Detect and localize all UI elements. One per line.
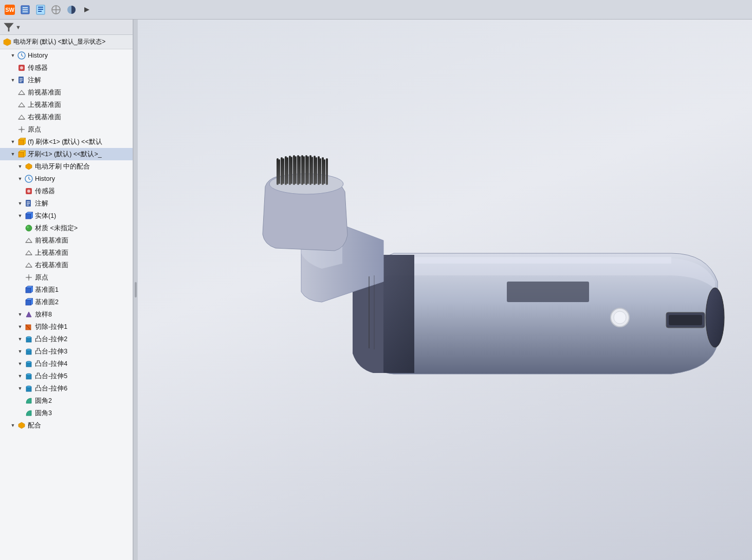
tree-item-boss-extrude5[interactable]: ▼凸台-拉伸5 — [0, 370, 133, 382]
expand-arrow-boss-extrude4[interactable]: ▼ — [16, 360, 24, 367]
tree-item-plane-front-top[interactable]: 前视基准面 — [0, 86, 133, 99]
svg-text:SW: SW — [5, 7, 14, 13]
svg-rect-84 — [279, 159, 280, 184]
svg-rect-88 — [295, 156, 297, 184]
svg-point-45 — [26, 225, 32, 231]
label-note-sub: 注解 — [35, 199, 133, 208]
expand-arrow-boss-extrude2[interactable]: ▼ — [16, 335, 24, 343]
tree-item-datum1[interactable]: 基准面1 — [0, 284, 133, 296]
expand-arrow-fillet3 — [16, 409, 24, 417]
tree-item-brush-body[interactable]: ▼(f) 刷体<1> (默认) <<默认 — [0, 136, 133, 148]
tree-item-plane-right-top[interactable]: 右视基准面 — [0, 111, 133, 123]
expand-arrow-history-top[interactable]: ▼ — [9, 52, 16, 59]
label-cut-extrude1: 切除-拉伸1 — [35, 323, 133, 331]
icon-plane-plane-top-top — [16, 100, 27, 110]
expand-arrow-toothbrush[interactable]: ▼ — [9, 151, 16, 158]
svg-rect-78 — [305, 155, 307, 185]
panel-resize-handle[interactable] — [134, 20, 138, 560]
expand-arrow-loft8[interactable]: ▼ — [16, 311, 24, 318]
expand-arrow-plane-front-sub — [16, 237, 24, 244]
tree-item-note-top[interactable]: ▼注解 — [0, 74, 133, 86]
tree-item-plane-front-sub[interactable]: 前视基准面 — [0, 234, 133, 247]
property-manager-button[interactable] — [33, 3, 48, 17]
expand-arrow-brush-body[interactable]: ▼ — [9, 138, 16, 145]
assembly-title-row: 电动牙刷 (默认) <默认_显示状态> — [0, 35, 133, 49]
expand-arrow-config-in[interactable]: ▼ — [16, 163, 24, 170]
filter-bar: ▼ — [0, 20, 133, 35]
expand-arrow-plane-top-top — [9, 101, 16, 108]
expand-arrow-note-sub[interactable]: ▼ — [16, 200, 24, 207]
tree-item-origin-top[interactable]: 原点 — [0, 123, 133, 136]
tree-item-assembly-bottom[interactable]: ▼配合 — [0, 419, 133, 432]
icon-origin-origin-sub — [24, 272, 34, 283]
tree-item-sensor-top[interactable]: 传感器 — [0, 62, 133, 74]
tree-item-datum2[interactable]: 基准面2 — [0, 296, 133, 308]
svg-rect-74 — [289, 156, 291, 185]
expand-arrow-note-top[interactable]: ▼ — [9, 77, 16, 84]
left-panel: ▼ 电动牙刷 (默认) <默认_显示状态> ▼History传感器▼注解前视基准… — [0, 20, 134, 560]
icon-cube-blue-datum1 — [24, 285, 34, 295]
tree-item-plane-right-sub[interactable]: 右视基准面 — [0, 259, 133, 271]
tree-item-history-sub[interactable]: ▼History — [0, 173, 133, 185]
svg-rect-100 — [507, 282, 589, 302]
tree-item-boss-extrude6[interactable]: ▼凸台-拉伸6 — [0, 382, 133, 395]
svg-rect-99 — [669, 315, 702, 325]
expand-arrow-history-sub[interactable]: ▼ — [16, 175, 24, 182]
configuration-manager-button[interactable] — [48, 3, 64, 17]
expand-arrow-boss-extrude6[interactable]: ▼ — [16, 385, 24, 392]
label-sensor-sub: 传感器 — [35, 187, 133, 196]
tree-item-loft8[interactable]: ▼放样8 — [0, 308, 133, 321]
icon-note-note-top — [16, 75, 27, 85]
display-manager-button[interactable] — [64, 3, 79, 17]
svg-marker-67 — [19, 422, 25, 428]
tree-item-boss-extrude3[interactable]: ▼凸台-拉伸3 — [0, 345, 133, 358]
tree-item-plane-top-top[interactable]: 上视基准面 — [0, 99, 133, 111]
label-origin-top: 原点 — [28, 125, 133, 134]
icon-sensor-sensor-sub — [24, 186, 34, 196]
expand-arrow-solid-sub[interactable]: ▼ — [16, 212, 24, 219]
expand-arrow-sensor-top — [9, 64, 16, 71]
icon-cube-orange-brush-body — [16, 137, 27, 147]
3d-viewport[interactable] — [138, 20, 752, 560]
expand-arrow-cut-extrude1[interactable]: ▼ — [16, 323, 24, 330]
tree-item-config-in[interactable]: ▼电动牙刷 中的配合 — [0, 160, 133, 173]
filter-dropdown[interactable]: ▼ — [15, 24, 21, 30]
icon-material-material-sub — [24, 223, 34, 233]
label-fillet2: 圆角2 — [35, 397, 133, 405]
label-history-top: History — [28, 52, 133, 59]
expand-arrow-boss-extrude3[interactable]: ▼ — [16, 348, 24, 355]
svg-rect-44 — [26, 214, 31, 219]
svg-rect-79 — [309, 155, 311, 185]
icon-boss-boss-extrude5 — [24, 371, 34, 381]
tree-item-cut-extrude1[interactable]: ▼切除-拉伸1 — [0, 321, 133, 333]
label-plane-top-sub: 上视基准面 — [35, 249, 133, 257]
svg-rect-71 — [277, 158, 279, 185]
tree-item-fillet3[interactable]: 圆角3 — [0, 407, 133, 419]
tree-item-boss-extrude2[interactable]: ▼凸台-拉伸2 — [0, 333, 133, 345]
icon-cut-cut-extrude1 — [24, 322, 34, 332]
tree-item-origin-sub[interactable]: 原点 — [0, 271, 133, 284]
expand-arrow-boss-extrude5[interactable]: ▼ — [16, 372, 24, 380]
icon-plane-plane-right-top — [16, 112, 27, 122]
tree-item-note-sub[interactable]: ▼注解 — [0, 197, 133, 210]
tree-item-plane-top-sub[interactable]: 上视基准面 — [0, 247, 133, 259]
feature-manager-button[interactable] — [17, 3, 33, 17]
tree-item-sensor-sub[interactable]: 传感器 — [0, 185, 133, 197]
tree-item-solid-sub[interactable]: ▼实体(1) — [0, 210, 133, 222]
svg-rect-53 — [26, 288, 31, 293]
expand-arrow-assembly-bottom[interactable]: ▼ — [9, 422, 16, 429]
tree-item-history-top[interactable]: ▼History — [0, 49, 133, 62]
solidworks-logo-button[interactable]: SW — [2, 3, 17, 17]
tree-item-boss-extrude4[interactable]: ▼凸台-拉伸4 — [0, 358, 133, 370]
more-button[interactable] — [79, 3, 95, 17]
expand-arrow-origin-top — [9, 126, 16, 133]
expand-arrow-plane-top-sub — [16, 249, 24, 256]
svg-rect-90 — [303, 156, 305, 184]
tree-item-fillet2[interactable]: 圆角2 — [0, 395, 133, 407]
label-plane-top-top: 上视基准面 — [28, 101, 133, 109]
tree-item-material-sub[interactable]: 材质 <未指定> — [0, 222, 133, 234]
icon-fillet-fillet2 — [24, 396, 34, 406]
svg-marker-15 — [4, 23, 13, 31]
filter-icon[interactable] — [3, 22, 14, 33]
tree-item-toothbrush[interactable]: ▼牙刷<1> (默认) <<默认>_ — [0, 148, 133, 160]
